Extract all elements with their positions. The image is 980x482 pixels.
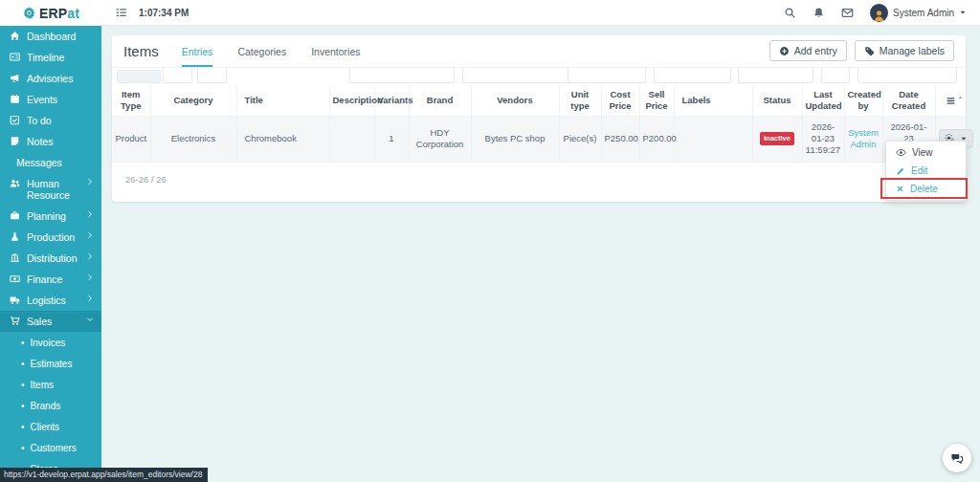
sidebar-item-production[interactable]: Production [0,227,101,248]
column-header-variants[interactable]: Variants [374,85,409,116]
sidebar-toggle-icon[interactable] [115,7,127,19]
cell-variants: 1 [374,116,409,162]
sidebar-item-finance[interactable]: Finance [0,269,101,290]
cell-status: Inactive [752,116,802,162]
column-header-category[interactable]: Category [150,85,236,116]
bullet-icon: • [21,401,25,411]
topbar: 1:07:34 PM System Admin [101,0,980,26]
sidebar-item-distribution[interactable]: Distribution [0,248,101,269]
notifications-bell-icon[interactable] [813,7,825,19]
column-filter-input[interactable] [821,68,850,83]
page-title: Items [123,43,159,67]
column-header-last-updated[interactable]: Last Updated [802,85,844,116]
manage-labels-button[interactable]: Manage labels [855,40,954,61]
sidebar-item-to-do[interactable]: To do [0,110,101,131]
sidebar-item-sales[interactable]: Sales [0,311,101,332]
column-header-labels[interactable]: Labels [674,85,752,116]
created-by-link[interactable]: System Admin [848,127,879,149]
sidebar-item-notes[interactable]: Notes [0,131,101,152]
menu-item-delete[interactable]: Delete [886,180,966,198]
table-row[interactable]: Product Electronics Chromebook 1 HDY Cor… [112,116,966,162]
column-filter-input[interactable] [568,68,646,83]
menu-item-edit[interactable]: Edit [886,162,966,180]
sidebar: Dashboard Timeline Advisories Events To … [0,26,101,482]
advisories-icon [10,73,20,83]
bullet-icon: • [21,338,25,348]
column-header-brand[interactable]: Brand [409,85,471,116]
tag-icon [864,46,875,56]
tab-inventories[interactable]: Inventories [311,46,360,67]
sidebar-subitem-invoices[interactable]: • Invoices [0,332,101,353]
sidebar-item-planning[interactable]: Planning [0,206,101,227]
column-header-title[interactable]: Title [236,85,329,116]
row-actions-menu: View Edit Delete [885,141,967,201]
logo-gear-icon [22,6,36,20]
cell-brand: HDY Corporation [409,116,471,162]
column-header-item-type[interactable]: Item Type [112,85,150,116]
column-header-unit-type[interactable]: Unit type [559,85,601,116]
hamburger-icon [946,96,956,106]
cell-sell-price: P200.00 [639,116,674,162]
sidebar-subitem-items[interactable]: • Items [0,374,101,395]
sidebar-subitem-customers[interactable]: • Customers [0,437,101,458]
column-header-vendors[interactable]: Vendors [471,85,559,116]
column-filter-input[interactable] [163,68,192,83]
tab-entries[interactable]: Entries [182,46,213,67]
sort-caret-icon [957,95,964,101]
plus-circle-icon [779,46,790,56]
avatar [870,4,888,22]
app-logo: ERPat [0,0,101,26]
sidebar-item-human-resource[interactable]: Human Resource [0,173,101,206]
cell-labels [674,116,752,162]
person-icon [872,8,886,22]
column-filter-input[interactable] [462,68,573,83]
tab-categories[interactable]: Categories [237,46,286,67]
user-menu[interactable]: System Admin [870,4,967,22]
human-resource-icon [10,178,20,188]
items-table: Item TypeCategoryTitleDescriptionVariant… [112,85,966,163]
chevron-icon [86,316,94,323]
production-icon [10,231,20,242]
user-name: System Admin [893,8,954,18]
column-header-sell-price[interactable]: Sell Price [639,85,674,116]
sidebar-subitem-brands[interactable]: • Brands [0,395,101,416]
column-header-cost-price[interactable]: Cost Price [601,85,639,116]
chat-button[interactable] [943,444,971,472]
cell-last-updated: 2026-01-23 11:59:27 [802,116,844,162]
statusbar-url: https://v1-develop.erpat.app/sales/item_… [0,468,208,482]
sidebar-item-messages[interactable]: Messages [0,152,101,173]
sidebar-item-timeline[interactable]: Timeline [0,47,101,68]
cell-created-by: System Admin [844,116,882,162]
sidebar-item-events[interactable]: Events [0,89,101,110]
column-filter-input[interactable] [738,68,813,83]
bullet-icon: • [21,380,25,390]
sidebar-subitem-estimates[interactable]: • Estimates [0,353,101,374]
finance-icon [10,274,20,284]
column-header-date-created[interactable]: Date Created [882,85,935,116]
timeline-icon [10,52,20,62]
column-filter-input[interactable] [349,68,455,83]
bullet-icon: • [21,422,25,432]
column-filter-input[interactable] [654,68,731,83]
column-filter-input[interactable] [117,70,161,83]
column-filter-input[interactable] [197,68,227,83]
sidebar-item-dashboard[interactable]: Dashboard [0,26,101,47]
column-header-description[interactable]: Description [329,85,374,116]
messages-envelope-icon[interactable] [841,7,854,19]
pencil-icon [896,166,905,176]
chevron-icon [86,231,94,239]
column-header-created-by[interactable]: Created by [844,85,882,116]
sidebar-subitem-clients[interactable]: • Clients [0,416,101,437]
chevron-icon [86,274,94,281]
column-header-status[interactable]: Status [752,85,802,116]
column-filter-input[interactable] [858,68,957,83]
column-header-menu[interactable] [935,85,966,116]
search-icon[interactable] [784,7,796,19]
sidebar-item-logistics[interactable]: Logistics [0,290,101,311]
user-caret-down-icon [959,9,967,16]
add-entry-button[interactable]: Add entry [769,40,847,61]
sidebar-item-advisories[interactable]: Advisories [0,68,101,89]
menu-item-view[interactable]: View [886,143,966,162]
chat-bubbles-icon [950,451,964,465]
cell-vendors: Bytes PC shop [471,116,559,162]
